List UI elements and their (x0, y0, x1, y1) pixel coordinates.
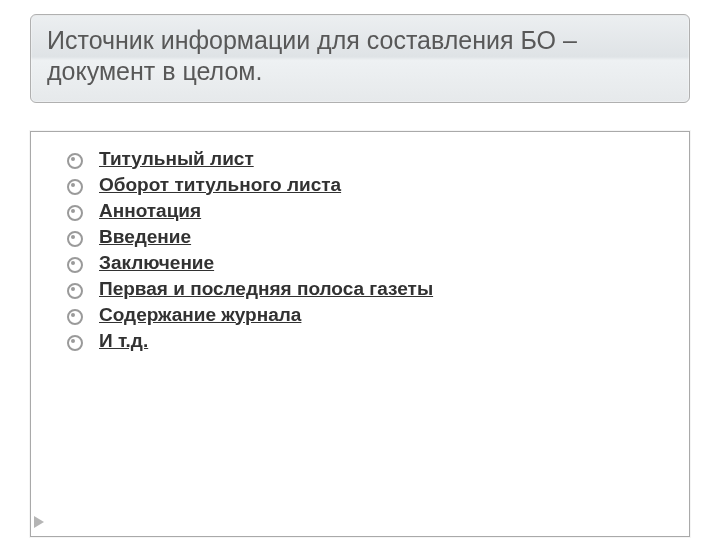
list-item: И т.д. (61, 328, 671, 354)
bullet-list: Титульный лист Оборот титульного листа А… (61, 146, 671, 354)
list-item: Аннотация (61, 198, 671, 224)
list-item: Содержание журнала (61, 302, 671, 328)
next-arrow-icon (34, 516, 44, 528)
slide: Источник информации для составления БО –… (0, 0, 720, 540)
title-box: Источник информации для составления БО –… (30, 14, 690, 103)
list-item: Заключение (61, 250, 671, 276)
list-item: Введение (61, 224, 671, 250)
spacer (30, 103, 690, 131)
content-box: Титульный лист Оборот титульного листа А… (30, 131, 690, 537)
slide-title: Источник информации для составления БО –… (47, 25, 673, 88)
list-item: Титульный лист (61, 146, 671, 172)
list-item: Оборот титульного листа (61, 172, 671, 198)
list-item: Первая и последняя полоса газеты (61, 276, 671, 302)
